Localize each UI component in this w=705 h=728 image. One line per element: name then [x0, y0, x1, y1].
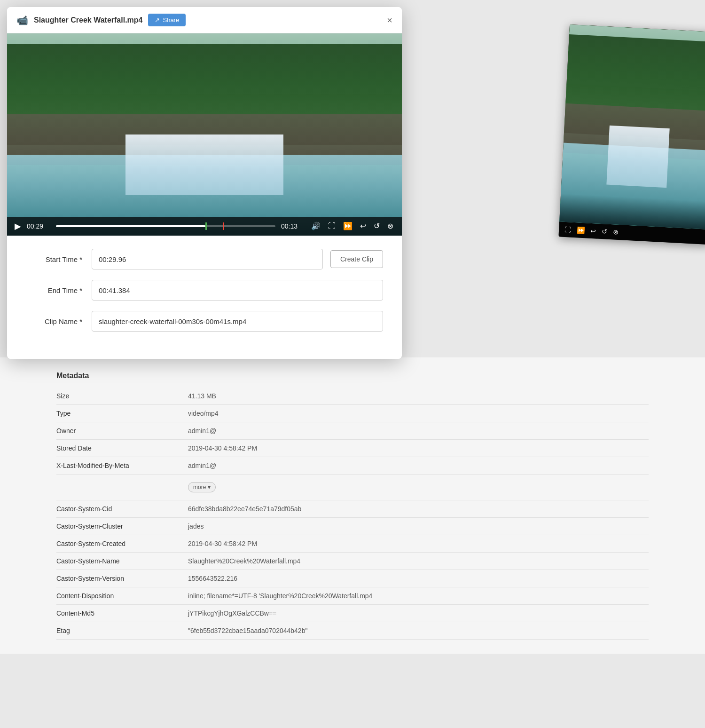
meta-value-type: video/mp4	[188, 410, 649, 417]
meta-value-more: more ▾	[188, 479, 649, 495]
meta-row-castor-cluster: Castor-System-Cluster jades	[56, 518, 649, 535]
meta-value-x-last-modified: admin1@	[188, 462, 649, 469]
dialog-header: 📹 Slaughter Creek Waterfall.mp4 ↗ Share …	[7, 7, 402, 33]
meta-label-owner: Owner	[56, 427, 188, 435]
bg-forward-icon[interactable]: ⏩	[577, 226, 585, 234]
progress-marker-red	[223, 222, 224, 230]
create-clip-button[interactable]: Create Clip	[330, 250, 383, 268]
meta-value-castor-cluster: jades	[188, 522, 649, 530]
rewind-button[interactable]: ↩	[359, 222, 367, 231]
meta-value-etag: "6feb55d3722cbae15aada0702044b42b"	[188, 627, 649, 634]
dialog-title-area: 📹 Slaughter Creek Waterfall.mp4 ↗ Share	[16, 14, 186, 26]
metadata-title: Metadata	[56, 372, 649, 380]
meta-label-castor-cluster: Castor-System-Cluster	[56, 522, 188, 530]
meta-row-stored-date: Stored Date 2019-04-30 4:58:42 PM	[56, 440, 649, 457]
dialog-title: Slaughter Creek Waterfall.mp4	[34, 16, 142, 24]
meta-value-castor-created: 2019-04-30 4:58:42 PM	[188, 540, 649, 547]
meta-row-size: Size 41.13 MB	[56, 388, 649, 405]
bg-expand-icon[interactable]: ⛶	[564, 226, 572, 234]
share-icon: ↗	[155, 16, 160, 24]
video-player: ▶ 00:29 00:13 🔊 ⛶ ⏩ ↩ ↺ ⊗	[7, 33, 402, 236]
meta-label-castor-version: Castor-System-Version	[56, 575, 188, 582]
meta-value-content-disposition: inline; filename*=UTF-8 'Slaughter%20Cre…	[188, 592, 649, 600]
end-time-row: End Time *	[26, 280, 383, 301]
bg-video-thumbnail	[559, 24, 705, 229]
end-time-label: End Time *	[26, 286, 92, 294]
meta-label-type: Type	[56, 410, 188, 417]
fullscreen-button[interactable]: ⛶	[327, 222, 337, 231]
meta-label-size: Size	[56, 392, 188, 400]
meta-row-content-md5: Content-Md5 jYTPikcgYjhOgXGalzCCBw==	[56, 605, 649, 622]
video-file-icon: 📹	[16, 15, 28, 26]
meta-row-type: Type video/mp4	[56, 405, 649, 422]
meta-row-etag: Etag "6feb55d3722cbae15aada0702044b42b"	[56, 622, 649, 640]
start-time-label: Start Time *	[26, 255, 92, 263]
meta-row-castor-cid: Castor-System-Cid 66dfe38bda8b22ee74e5e7…	[56, 500, 649, 518]
start-time-input[interactable]	[92, 249, 323, 269]
form-area: Start Time * Create Clip End Time * Clip…	[7, 236, 402, 359]
close-video-button[interactable]: ⊗	[386, 222, 394, 231]
meta-row-castor-version: Castor-System-Version 1556643522.216	[56, 570, 649, 587]
meta-row-castor-name: Castor-System-Name Slaughter%20Creek%20W…	[56, 553, 649, 570]
meta-value-content-md5: jYTPikcgYjhOgXGalzCCBw==	[188, 609, 649, 617]
metadata-table: Size 41.13 MB Type video/mp4 Owner admin…	[56, 388, 649, 640]
meta-label-x-last-modified: X-Last-Modified-By-Meta	[56, 462, 188, 469]
progress-marker-green	[205, 222, 207, 230]
undo-button[interactable]: ↺	[373, 222, 381, 231]
share-button[interactable]: ↗ Share	[148, 14, 186, 26]
meta-row-more: more ▾	[56, 475, 649, 500]
clip-name-input[interactable]	[92, 311, 383, 332]
meta-value-castor-name: Slaughter%20Creek%20Waterfall.mp4	[188, 557, 649, 565]
bg-undo-icon[interactable]: ↺	[602, 228, 608, 236]
meta-label-castor-cid: Castor-System-Cid	[56, 505, 188, 513]
forward-button[interactable]: ⏩	[342, 222, 353, 231]
meta-value-stored-date: 2019-04-30 4:58:42 PM	[188, 444, 649, 452]
video-controls: ▶ 00:29 00:13 🔊 ⛶ ⏩ ↩ ↺ ⊗	[7, 217, 402, 236]
more-label: more	[193, 484, 206, 491]
meta-label-more-spacer	[56, 479, 188, 495]
meta-label-content-disposition: Content-Disposition	[56, 592, 188, 600]
meta-row-castor-created: Castor-System-Created 2019-04-30 4:58:42…	[56, 535, 649, 553]
meta-label-content-md5: Content-Md5	[56, 609, 188, 617]
progress-bar-container[interactable]	[56, 225, 275, 227]
meta-value-owner: admin1@	[188, 427, 649, 435]
main-dialog: 📹 Slaughter Creek Waterfall.mp4 ↗ Share …	[7, 7, 402, 359]
more-button[interactable]: more ▾	[188, 482, 216, 492]
meta-row-owner: Owner admin1@	[56, 422, 649, 440]
meta-row-x-last-modified: X-Last-Modified-By-Meta admin1@	[56, 457, 649, 475]
bg-close-icon[interactable]: ⊗	[613, 228, 619, 236]
remaining-time: 00:13	[281, 222, 305, 230]
meta-value-size: 41.13 MB	[188, 392, 649, 400]
bg-video-panel: ⛶ ⏩ ↩ ↺ ⊗	[558, 24, 705, 245]
start-time-row: Start Time * Create Clip	[26, 249, 383, 269]
meta-value-castor-version: 1556643522.216	[188, 575, 649, 582]
meta-label-castor-name: Castor-System-Name	[56, 557, 188, 565]
progress-bar-fill	[56, 225, 205, 227]
meta-value-castor-cid: 66dfe38bda8b22ee74e5e71a79df05ab	[188, 505, 649, 513]
video-thumbnail	[7, 33, 402, 236]
chevron-down-icon: ▾	[208, 484, 211, 491]
clip-name-label: Clip Name *	[26, 317, 92, 325]
share-label: Share	[163, 16, 179, 24]
bg-rewind-icon[interactable]: ↩	[590, 227, 596, 235]
metadata-section: Metadata Size 41.13 MB Type video/mp4 Ow…	[0, 357, 705, 654]
meta-label-etag: Etag	[56, 627, 188, 634]
meta-label-stored-date: Stored Date	[56, 444, 188, 452]
end-time-input[interactable]	[92, 280, 383, 301]
meta-label-castor-created: Castor-System-Created	[56, 540, 188, 547]
meta-row-content-disposition: Content-Disposition inline; filename*=UT…	[56, 587, 649, 605]
clip-name-row: Clip Name *	[26, 311, 383, 332]
close-button[interactable]: ×	[387, 16, 392, 25]
play-button[interactable]: ▶	[15, 222, 21, 230]
current-time: 00:29	[27, 222, 50, 230]
volume-button[interactable]: 🔊	[310, 222, 321, 231]
